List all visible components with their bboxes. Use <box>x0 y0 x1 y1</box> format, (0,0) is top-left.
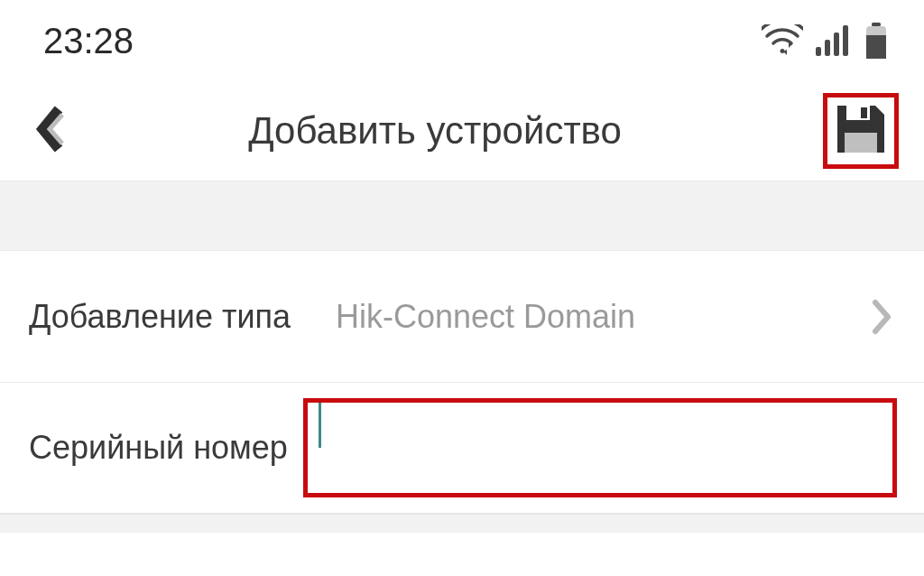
svg-rect-2 <box>834 33 839 56</box>
serial-number-input-wrap[interactable] <box>303 398 897 497</box>
signal-icon <box>816 25 852 56</box>
svg-rect-9 <box>861 107 867 118</box>
section-gap <box>0 181 924 251</box>
app-header: Добавить устройство <box>0 81 924 181</box>
svg-rect-7 <box>866 55 886 59</box>
bottom-gap <box>0 515 924 533</box>
serial-number-row: Серийный номер <box>0 382 924 513</box>
wifi-icon <box>762 24 803 57</box>
status-icons <box>762 23 888 59</box>
svg-rect-3 <box>843 25 848 56</box>
battery-icon <box>864 23 888 59</box>
svg-rect-0 <box>816 47 821 56</box>
add-type-label: Добавление типа <box>29 298 336 336</box>
serial-number-label: Серийный номер <box>29 429 321 467</box>
save-icon <box>834 102 888 160</box>
save-button[interactable] <box>823 93 899 169</box>
add-type-row[interactable]: Добавление типа Hik-Connect Domain <box>0 251 924 382</box>
svg-rect-1 <box>825 40 830 56</box>
status-bar: 23:28 <box>0 0 924 81</box>
page-title: Добавить устройство <box>47 109 823 153</box>
status-time: 23:28 <box>43 21 134 61</box>
serial-number-input[interactable] <box>319 403 882 493</box>
add-type-value: Hik-Connect Domain <box>336 298 868 336</box>
chevron-right-icon <box>868 302 897 331</box>
svg-rect-10 <box>845 133 877 153</box>
text-cursor <box>319 403 321 448</box>
svg-rect-4 <box>872 23 881 26</box>
